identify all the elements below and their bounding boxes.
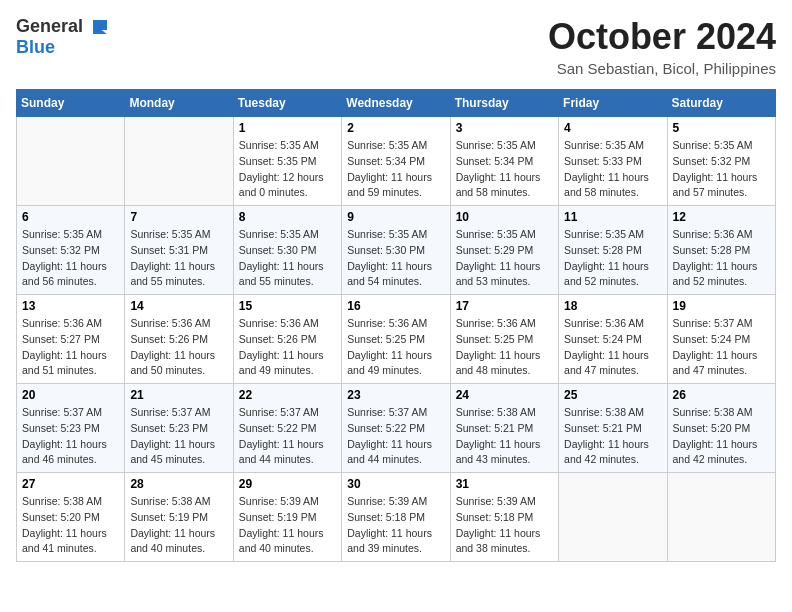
day-info: Sunrise: 5:38 AM Sunset: 5:20 PM Dayligh… [673, 405, 770, 468]
day-number: 7 [130, 210, 227, 224]
day-info: Sunrise: 5:39 AM Sunset: 5:18 PM Dayligh… [347, 494, 444, 557]
calendar-cell: 8Sunrise: 5:35 AM Sunset: 5:30 PM Daylig… [233, 206, 341, 295]
calendar-cell: 30Sunrise: 5:39 AM Sunset: 5:18 PM Dayli… [342, 473, 450, 562]
day-number: 26 [673, 388, 770, 402]
day-info: Sunrise: 5:35 AM Sunset: 5:35 PM Dayligh… [239, 138, 336, 201]
day-number: 13 [22, 299, 119, 313]
day-number: 5 [673, 121, 770, 135]
calendar-week-row: 13Sunrise: 5:36 AM Sunset: 5:27 PM Dayli… [17, 295, 776, 384]
day-info: Sunrise: 5:36 AM Sunset: 5:28 PM Dayligh… [673, 227, 770, 290]
calendar-body: 1Sunrise: 5:35 AM Sunset: 5:35 PM Daylig… [17, 117, 776, 562]
calendar-cell: 2Sunrise: 5:35 AM Sunset: 5:34 PM Daylig… [342, 117, 450, 206]
logo-icon [85, 18, 109, 36]
calendar-cell: 15Sunrise: 5:36 AM Sunset: 5:26 PM Dayli… [233, 295, 341, 384]
day-info: Sunrise: 5:36 AM Sunset: 5:26 PM Dayligh… [130, 316, 227, 379]
day-info: Sunrise: 5:35 AM Sunset: 5:34 PM Dayligh… [347, 138, 444, 201]
calendar-cell: 9Sunrise: 5:35 AM Sunset: 5:30 PM Daylig… [342, 206, 450, 295]
calendar-cell [17, 117, 125, 206]
calendar-cell: 11Sunrise: 5:35 AM Sunset: 5:28 PM Dayli… [559, 206, 667, 295]
logo-blue-text: Blue [16, 37, 55, 57]
weekday-header: Wednesday [342, 90, 450, 117]
day-info: Sunrise: 5:37 AM Sunset: 5:23 PM Dayligh… [22, 405, 119, 468]
day-number: 2 [347, 121, 444, 135]
calendar-cell: 19Sunrise: 5:37 AM Sunset: 5:24 PM Dayli… [667, 295, 775, 384]
day-info: Sunrise: 5:35 AM Sunset: 5:29 PM Dayligh… [456, 227, 553, 290]
calendar-week-row: 6Sunrise: 5:35 AM Sunset: 5:32 PM Daylig… [17, 206, 776, 295]
day-number: 3 [456, 121, 553, 135]
calendar-cell [125, 117, 233, 206]
day-info: Sunrise: 5:35 AM Sunset: 5:34 PM Dayligh… [456, 138, 553, 201]
weekday-header: Thursday [450, 90, 558, 117]
title-area: October 2024 San Sebastian, Bicol, Phili… [548, 16, 776, 77]
calendar-cell: 20Sunrise: 5:37 AM Sunset: 5:23 PM Dayli… [17, 384, 125, 473]
calendar-cell: 23Sunrise: 5:37 AM Sunset: 5:22 PM Dayli… [342, 384, 450, 473]
calendar-cell: 25Sunrise: 5:38 AM Sunset: 5:21 PM Dayli… [559, 384, 667, 473]
day-info: Sunrise: 5:38 AM Sunset: 5:20 PM Dayligh… [22, 494, 119, 557]
day-number: 23 [347, 388, 444, 402]
calendar-header-row: SundayMondayTuesdayWednesdayThursdayFrid… [17, 90, 776, 117]
calendar-cell: 18Sunrise: 5:36 AM Sunset: 5:24 PM Dayli… [559, 295, 667, 384]
day-number: 11 [564, 210, 661, 224]
calendar-week-row: 1Sunrise: 5:35 AM Sunset: 5:35 PM Daylig… [17, 117, 776, 206]
calendar-week-row: 20Sunrise: 5:37 AM Sunset: 5:23 PM Dayli… [17, 384, 776, 473]
day-number: 10 [456, 210, 553, 224]
weekday-header: Tuesday [233, 90, 341, 117]
calendar-cell: 5Sunrise: 5:35 AM Sunset: 5:32 PM Daylig… [667, 117, 775, 206]
day-info: Sunrise: 5:37 AM Sunset: 5:22 PM Dayligh… [239, 405, 336, 468]
weekday-header: Saturday [667, 90, 775, 117]
day-number: 4 [564, 121, 661, 135]
calendar-cell [667, 473, 775, 562]
weekday-header: Monday [125, 90, 233, 117]
calendar-cell: 29Sunrise: 5:39 AM Sunset: 5:19 PM Dayli… [233, 473, 341, 562]
day-info: Sunrise: 5:39 AM Sunset: 5:18 PM Dayligh… [456, 494, 553, 557]
day-info: Sunrise: 5:35 AM Sunset: 5:32 PM Dayligh… [22, 227, 119, 290]
calendar-cell: 13Sunrise: 5:36 AM Sunset: 5:27 PM Dayli… [17, 295, 125, 384]
day-info: Sunrise: 5:38 AM Sunset: 5:21 PM Dayligh… [564, 405, 661, 468]
calendar-cell: 4Sunrise: 5:35 AM Sunset: 5:33 PM Daylig… [559, 117, 667, 206]
day-number: 31 [456, 477, 553, 491]
month-title: October 2024 [548, 16, 776, 58]
calendar-cell: 26Sunrise: 5:38 AM Sunset: 5:20 PM Dayli… [667, 384, 775, 473]
weekday-header: Sunday [17, 90, 125, 117]
day-info: Sunrise: 5:36 AM Sunset: 5:25 PM Dayligh… [347, 316, 444, 379]
day-number: 25 [564, 388, 661, 402]
day-info: Sunrise: 5:35 AM Sunset: 5:32 PM Dayligh… [673, 138, 770, 201]
day-number: 29 [239, 477, 336, 491]
calendar-cell: 24Sunrise: 5:38 AM Sunset: 5:21 PM Dayli… [450, 384, 558, 473]
day-info: Sunrise: 5:38 AM Sunset: 5:19 PM Dayligh… [130, 494, 227, 557]
day-info: Sunrise: 5:35 AM Sunset: 5:30 PM Dayligh… [239, 227, 336, 290]
calendar-cell: 6Sunrise: 5:35 AM Sunset: 5:32 PM Daylig… [17, 206, 125, 295]
day-number: 1 [239, 121, 336, 135]
day-number: 19 [673, 299, 770, 313]
day-number: 24 [456, 388, 553, 402]
calendar-cell: 7Sunrise: 5:35 AM Sunset: 5:31 PM Daylig… [125, 206, 233, 295]
day-number: 18 [564, 299, 661, 313]
calendar-cell: 16Sunrise: 5:36 AM Sunset: 5:25 PM Dayli… [342, 295, 450, 384]
day-info: Sunrise: 5:39 AM Sunset: 5:19 PM Dayligh… [239, 494, 336, 557]
day-number: 15 [239, 299, 336, 313]
header: General Blue October 2024 San Sebastian,… [16, 16, 776, 77]
day-info: Sunrise: 5:37 AM Sunset: 5:22 PM Dayligh… [347, 405, 444, 468]
day-number: 8 [239, 210, 336, 224]
day-number: 28 [130, 477, 227, 491]
calendar-cell: 31Sunrise: 5:39 AM Sunset: 5:18 PM Dayli… [450, 473, 558, 562]
day-number: 21 [130, 388, 227, 402]
calendar-cell: 27Sunrise: 5:38 AM Sunset: 5:20 PM Dayli… [17, 473, 125, 562]
calendar-cell: 21Sunrise: 5:37 AM Sunset: 5:23 PM Dayli… [125, 384, 233, 473]
calendar-cell: 22Sunrise: 5:37 AM Sunset: 5:22 PM Dayli… [233, 384, 341, 473]
calendar-cell: 1Sunrise: 5:35 AM Sunset: 5:35 PM Daylig… [233, 117, 341, 206]
day-number: 9 [347, 210, 444, 224]
calendar-cell: 17Sunrise: 5:36 AM Sunset: 5:25 PM Dayli… [450, 295, 558, 384]
day-number: 30 [347, 477, 444, 491]
logo: General Blue [16, 16, 109, 58]
day-info: Sunrise: 5:36 AM Sunset: 5:24 PM Dayligh… [564, 316, 661, 379]
calendar-table: SundayMondayTuesdayWednesdayThursdayFrid… [16, 89, 776, 562]
calendar-cell: 12Sunrise: 5:36 AM Sunset: 5:28 PM Dayli… [667, 206, 775, 295]
day-info: Sunrise: 5:36 AM Sunset: 5:26 PM Dayligh… [239, 316, 336, 379]
day-info: Sunrise: 5:37 AM Sunset: 5:23 PM Dayligh… [130, 405, 227, 468]
day-info: Sunrise: 5:38 AM Sunset: 5:21 PM Dayligh… [456, 405, 553, 468]
day-number: 12 [673, 210, 770, 224]
day-number: 22 [239, 388, 336, 402]
calendar-cell [559, 473, 667, 562]
day-number: 6 [22, 210, 119, 224]
